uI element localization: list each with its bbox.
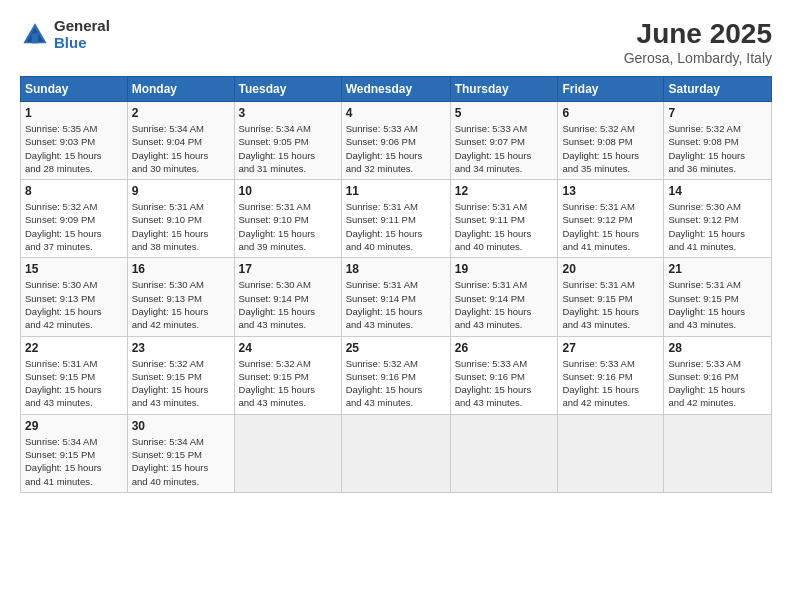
day-info: Sunrise: 5:31 AM Sunset: 9:14 PM Dayligh…	[455, 278, 554, 331]
col-saturday: Saturday	[664, 77, 772, 102]
day-info: Sunrise: 5:34 AM Sunset: 9:05 PM Dayligh…	[239, 122, 337, 175]
col-sunday: Sunday	[21, 77, 128, 102]
calendar-cell-21: 21 Sunrise: 5:31 AM Sunset: 9:15 PM Dayl…	[664, 258, 772, 336]
day-info: Sunrise: 5:33 AM Sunset: 9:16 PM Dayligh…	[562, 357, 659, 410]
calendar-cell-27: 27 Sunrise: 5:33 AM Sunset: 9:16 PM Dayl…	[558, 336, 664, 414]
day-info: Sunrise: 5:32 AM Sunset: 9:09 PM Dayligh…	[25, 200, 123, 253]
calendar-cell-9: 9 Sunrise: 5:31 AM Sunset: 9:10 PM Dayli…	[127, 180, 234, 258]
day-number: 19	[455, 262, 554, 276]
calendar-week-2: 8 Sunrise: 5:32 AM Sunset: 9:09 PM Dayli…	[21, 180, 772, 258]
calendar-cell-20: 20 Sunrise: 5:31 AM Sunset: 9:15 PM Dayl…	[558, 258, 664, 336]
calendar-cell-10: 10 Sunrise: 5:31 AM Sunset: 9:10 PM Dayl…	[234, 180, 341, 258]
day-number: 6	[562, 106, 659, 120]
day-info: Sunrise: 5:33 AM Sunset: 9:06 PM Dayligh…	[346, 122, 446, 175]
calendar-cell-25: 25 Sunrise: 5:32 AM Sunset: 9:16 PM Dayl…	[341, 336, 450, 414]
calendar-cell-empty	[558, 414, 664, 492]
day-number: 17	[239, 262, 337, 276]
calendar-cell-19: 19 Sunrise: 5:31 AM Sunset: 9:14 PM Dayl…	[450, 258, 558, 336]
day-info: Sunrise: 5:31 AM Sunset: 9:14 PM Dayligh…	[346, 278, 446, 331]
day-number: 2	[132, 106, 230, 120]
calendar-cell-18: 18 Sunrise: 5:31 AM Sunset: 9:14 PM Dayl…	[341, 258, 450, 336]
calendar-cell-23: 23 Sunrise: 5:32 AM Sunset: 9:15 PM Dayl…	[127, 336, 234, 414]
calendar-cell-12: 12 Sunrise: 5:31 AM Sunset: 9:11 PM Dayl…	[450, 180, 558, 258]
calendar-cell-14: 14 Sunrise: 5:30 AM Sunset: 9:12 PM Dayl…	[664, 180, 772, 258]
calendar-cell-empty	[450, 414, 558, 492]
day-number: 15	[25, 262, 123, 276]
day-info: Sunrise: 5:32 AM Sunset: 9:08 PM Dayligh…	[562, 122, 659, 175]
day-info: Sunrise: 5:35 AM Sunset: 9:03 PM Dayligh…	[25, 122, 123, 175]
title-block: June 2025 Gerosa, Lombardy, Italy	[624, 18, 772, 66]
col-friday: Friday	[558, 77, 664, 102]
col-monday: Monday	[127, 77, 234, 102]
calendar-week-5: 29 Sunrise: 5:34 AM Sunset: 9:15 PM Dayl…	[21, 414, 772, 492]
day-info: Sunrise: 5:31 AM Sunset: 9:11 PM Dayligh…	[346, 200, 446, 253]
calendar-cell-30: 30 Sunrise: 5:34 AM Sunset: 9:15 PM Dayl…	[127, 414, 234, 492]
calendar-cell-6: 6 Sunrise: 5:32 AM Sunset: 9:08 PM Dayli…	[558, 102, 664, 180]
day-number: 10	[239, 184, 337, 198]
day-number: 7	[668, 106, 767, 120]
day-number: 25	[346, 341, 446, 355]
calendar-cell-28: 28 Sunrise: 5:33 AM Sunset: 9:16 PM Dayl…	[664, 336, 772, 414]
col-tuesday: Tuesday	[234, 77, 341, 102]
day-info: Sunrise: 5:30 AM Sunset: 9:12 PM Dayligh…	[668, 200, 767, 253]
day-number: 21	[668, 262, 767, 276]
calendar-cell-4: 4 Sunrise: 5:33 AM Sunset: 9:06 PM Dayli…	[341, 102, 450, 180]
page: General Blue June 2025 Gerosa, Lombardy,…	[0, 0, 792, 612]
day-number: 1	[25, 106, 123, 120]
calendar-cell-5: 5 Sunrise: 5:33 AM Sunset: 9:07 PM Dayli…	[450, 102, 558, 180]
day-info: Sunrise: 5:31 AM Sunset: 9:10 PM Dayligh…	[239, 200, 337, 253]
calendar-cell-17: 17 Sunrise: 5:30 AM Sunset: 9:14 PM Dayl…	[234, 258, 341, 336]
day-number: 4	[346, 106, 446, 120]
calendar-cell-26: 26 Sunrise: 5:33 AM Sunset: 9:16 PM Dayl…	[450, 336, 558, 414]
calendar-cell-16: 16 Sunrise: 5:30 AM Sunset: 9:13 PM Dayl…	[127, 258, 234, 336]
day-number: 11	[346, 184, 446, 198]
day-info: Sunrise: 5:31 AM Sunset: 9:15 PM Dayligh…	[668, 278, 767, 331]
day-number: 22	[25, 341, 123, 355]
col-wednesday: Wednesday	[341, 77, 450, 102]
month-title: June 2025	[624, 18, 772, 50]
day-number: 29	[25, 419, 123, 433]
day-number: 30	[132, 419, 230, 433]
calendar-cell-13: 13 Sunrise: 5:31 AM Sunset: 9:12 PM Dayl…	[558, 180, 664, 258]
calendar-cell-2: 2 Sunrise: 5:34 AM Sunset: 9:04 PM Dayli…	[127, 102, 234, 180]
day-info: Sunrise: 5:31 AM Sunset: 9:12 PM Dayligh…	[562, 200, 659, 253]
day-number: 13	[562, 184, 659, 198]
calendar-cell-empty	[664, 414, 772, 492]
day-number: 9	[132, 184, 230, 198]
day-info: Sunrise: 5:33 AM Sunset: 9:16 PM Dayligh…	[668, 357, 767, 410]
calendar-cell-11: 11 Sunrise: 5:31 AM Sunset: 9:11 PM Dayl…	[341, 180, 450, 258]
day-info: Sunrise: 5:32 AM Sunset: 9:16 PM Dayligh…	[346, 357, 446, 410]
day-number: 23	[132, 341, 230, 355]
day-info: Sunrise: 5:31 AM Sunset: 9:15 PM Dayligh…	[25, 357, 123, 410]
calendar-cell-7: 7 Sunrise: 5:32 AM Sunset: 9:08 PM Dayli…	[664, 102, 772, 180]
day-info: Sunrise: 5:31 AM Sunset: 9:11 PM Dayligh…	[455, 200, 554, 253]
calendar-cell-22: 22 Sunrise: 5:31 AM Sunset: 9:15 PM Dayl…	[21, 336, 128, 414]
day-number: 24	[239, 341, 337, 355]
day-number: 8	[25, 184, 123, 198]
col-thursday: Thursday	[450, 77, 558, 102]
day-number: 12	[455, 184, 554, 198]
day-info: Sunrise: 5:34 AM Sunset: 9:04 PM Dayligh…	[132, 122, 230, 175]
calendar-cell-29: 29 Sunrise: 5:34 AM Sunset: 9:15 PM Dayl…	[21, 414, 128, 492]
calendar-week-4: 22 Sunrise: 5:31 AM Sunset: 9:15 PM Dayl…	[21, 336, 772, 414]
calendar-cell-3: 3 Sunrise: 5:34 AM Sunset: 9:05 PM Dayli…	[234, 102, 341, 180]
logo-general-text: General	[54, 18, 110, 35]
day-number: 28	[668, 341, 767, 355]
day-number: 20	[562, 262, 659, 276]
day-number: 27	[562, 341, 659, 355]
logo-icon	[20, 20, 50, 50]
svg-rect-2	[32, 33, 39, 43]
calendar-cell-empty	[341, 414, 450, 492]
calendar-header-row: Sunday Monday Tuesday Wednesday Thursday…	[21, 77, 772, 102]
day-info: Sunrise: 5:33 AM Sunset: 9:07 PM Dayligh…	[455, 122, 554, 175]
day-number: 14	[668, 184, 767, 198]
day-number: 16	[132, 262, 230, 276]
location: Gerosa, Lombardy, Italy	[624, 50, 772, 66]
day-info: Sunrise: 5:32 AM Sunset: 9:15 PM Dayligh…	[239, 357, 337, 410]
day-number: 26	[455, 341, 554, 355]
day-info: Sunrise: 5:32 AM Sunset: 9:08 PM Dayligh…	[668, 122, 767, 175]
calendar-cell-15: 15 Sunrise: 5:30 AM Sunset: 9:13 PM Dayl…	[21, 258, 128, 336]
day-info: Sunrise: 5:31 AM Sunset: 9:15 PM Dayligh…	[562, 278, 659, 331]
logo: General Blue	[20, 18, 110, 51]
calendar-cell-1: 1 Sunrise: 5:35 AM Sunset: 9:03 PM Dayli…	[21, 102, 128, 180]
